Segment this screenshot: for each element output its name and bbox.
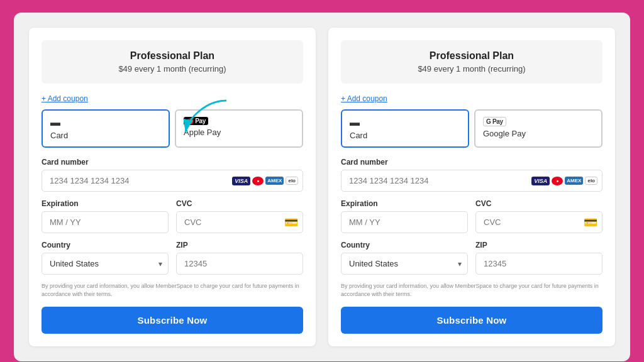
left-cvc-card-icon: 💳 (284, 216, 298, 229)
right-payment-card: Professional Plan $49 every 1 month (rec… (328, 28, 615, 346)
right-googlepay-label: Google Pay (483, 129, 526, 138)
left-expiration-label: Expiration (42, 199, 169, 208)
left-subscribe-button[interactable]: Subscribe Now (42, 307, 303, 334)
left-country-label: Country (42, 241, 169, 250)
right-zip-label: ZIP (475, 241, 602, 250)
left-card-method-btn[interactable]: ▬ Card (42, 109, 170, 148)
left-cvc-group: CVC 💳 (176, 199, 303, 233)
right-expiration-input[interactable] (341, 211, 468, 233)
left-payment-card: Professional Plan $49 every 1 month (rec… (29, 28, 316, 346)
right-cvc-card-icon: 💳 (584, 216, 597, 229)
right-plan-price: $49 every 1 month (recurring) (351, 64, 592, 74)
left-plan-title: Professional Plan (52, 50, 293, 62)
right-googlepay-badge: G Pay (483, 117, 506, 126)
right-plan-header: Professional Plan $49 every 1 month (rec… (341, 40, 602, 84)
left-add-coupon[interactable]: + Add coupon (42, 94, 88, 103)
right-cvc-label: CVC (475, 199, 602, 208)
right-card-icons: VISA ● AMEX elo (531, 177, 597, 185)
left-applepay-label: Apple Pay (184, 128, 221, 137)
left-country-select-wrapper: United States (42, 253, 169, 275)
right-plan-title: Professional Plan (351, 50, 592, 62)
right-exp-cvc-row: Expiration CVC 💳 (341, 199, 602, 241)
right-zip-input[interactable] (475, 253, 602, 275)
left-zip-input[interactable] (176, 253, 303, 275)
right-elo-icon: elo (585, 177, 597, 185)
left-card-icon: ▬ (50, 117, 60, 128)
right-card-number-label: Card number (341, 158, 602, 167)
left-card-number-wrapper: VISA ● AMEX elo (42, 170, 303, 192)
left-plan-header: Professional Plan $49 every 1 month (rec… (42, 40, 303, 84)
right-cvc-wrapper: 💳 (475, 211, 602, 233)
right-expiration-group: Expiration (341, 199, 468, 233)
left-cvc-wrapper: 💳 (176, 211, 303, 233)
left-card-number-label: Card number (42, 158, 303, 167)
left-country-zip-row: Country United States ZIP (42, 241, 303, 282)
right-amex-icon: AMEX (565, 177, 583, 185)
left-expiration-group: Expiration (42, 199, 169, 233)
right-country-group: Country United States (341, 241, 468, 275)
right-mc-icon: ● (552, 177, 563, 185)
left-zip-label: ZIP (176, 241, 303, 250)
right-country-select[interactable]: United States (341, 253, 468, 275)
right-googlepay-method-btn[interactable]: G Pay Google Pay (474, 109, 602, 148)
left-card-label: Card (50, 131, 68, 140)
right-card-number-wrapper: VISA ● AMEX elo (341, 170, 602, 192)
right-subscribe-button[interactable]: Subscribe Now (341, 307, 602, 334)
left-elo-icon: elo (286, 177, 298, 185)
left-payment-methods: ▬ Card 🍎 Pay Apple Pay (42, 109, 303, 148)
right-card-number-group: Card number VISA ● AMEX elo (341, 158, 602, 192)
right-zip-group: ZIP (475, 241, 602, 275)
left-expiration-input[interactable] (42, 211, 169, 233)
left-amex-icon: AMEX (265, 177, 284, 185)
right-disclaimer: By providing your card information, you … (341, 282, 602, 298)
left-applepay-badge: 🍎 Pay (184, 117, 208, 125)
right-card-label: Card (350, 131, 367, 140)
outer-container: Professional Plan $49 every 1 month (rec… (14, 13, 630, 361)
right-payment-methods: ▬ Card G Pay Google Pay (341, 109, 602, 148)
left-country-select[interactable]: United States (42, 253, 169, 275)
left-card-number-group: Card number VISA ● AMEX elo (42, 158, 303, 192)
left-country-group: Country United States (42, 241, 169, 275)
right-card-method-btn[interactable]: ▬ Card (341, 109, 469, 148)
left-applepay-method-btn[interactable]: 🍎 Pay Apple Pay (175, 109, 303, 148)
left-zip-group: ZIP (176, 241, 303, 275)
left-exp-cvc-row: Expiration CVC 💳 (42, 199, 303, 241)
right-country-select-wrapper: United States (341, 253, 468, 275)
right-card-icon: ▬ (350, 117, 360, 128)
right-cvc-group: CVC 💳 (475, 199, 602, 233)
left-visa-icon: VISA (232, 177, 250, 185)
right-country-label: Country (341, 241, 468, 250)
left-mc-icon: ● (252, 177, 264, 185)
right-country-zip-row: Country United States ZIP (341, 241, 602, 282)
right-add-coupon[interactable]: + Add coupon (341, 94, 387, 103)
right-expiration-label: Expiration (341, 199, 468, 208)
left-plan-price: $49 every 1 month (recurring) (52, 64, 293, 74)
left-cvc-label: CVC (176, 199, 303, 208)
right-visa-icon: VISA (531, 177, 550, 185)
left-card-icons: VISA ● AMEX elo (232, 177, 298, 185)
left-disclaimer: By providing your card information, you … (42, 282, 303, 298)
